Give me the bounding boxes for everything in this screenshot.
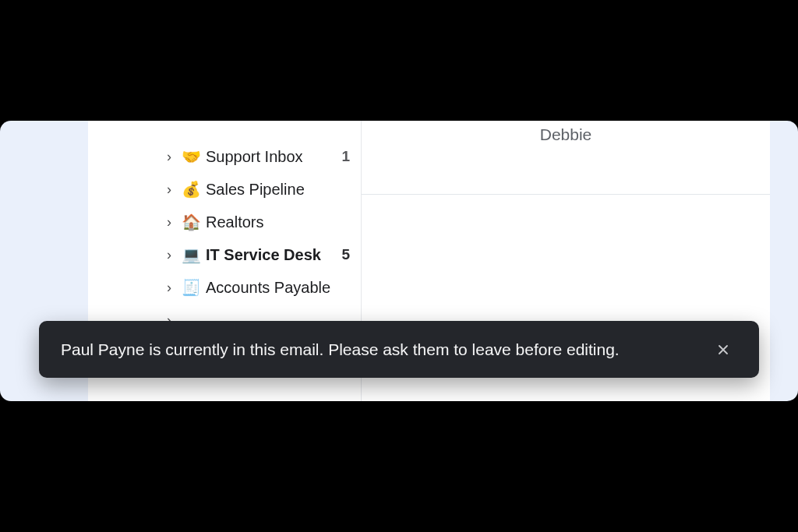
chevron-right-icon: › [163,280,175,296]
toast-notification: Paul Payne is currently in this email. P… [39,321,759,378]
close-icon [715,342,731,358]
sidebar-item-emoji: 🧾 [182,278,201,297]
sidebar-item-realtors[interactable]: › 🏠 Realtors [88,206,361,238]
sidebar-item-emoji: 🤝 [182,147,201,166]
email-signature-name: Debbie [540,125,592,143]
toast-close-button[interactable] [709,336,737,364]
sidebar-item-support-inbox[interactable]: › 🤝 Support Inbox 1 [88,140,361,173]
sidebar-item-label: Accounts Payable [206,279,330,297]
toast-message: Paul Payne is currently in this email. P… [61,340,697,359]
sidebar-item-count: 5 [335,246,350,263]
sidebar-item-emoji: 💰 [182,180,201,199]
sidebar-item-label: Sales Pipeline [206,181,305,199]
sidebar-item-it-service-desk[interactable]: › 💻 IT Service Desk 5 [88,238,361,271]
sidebar-item-sales-pipeline[interactable]: › 💰 Sales Pipeline [88,173,361,206]
email-preview: Debbie [362,121,770,195]
chevron-right-icon: › [163,149,175,165]
chevron-right-icon: › [163,247,175,263]
sidebar-item-label: Support Inbox [206,148,303,166]
sidebar-item-label: Realtors [206,213,263,231]
sidebar-item-emoji: 💻 [182,245,201,264]
chevron-right-icon: › [163,181,175,198]
sidebar-item-count: 1 [335,148,350,165]
chevron-right-icon: › [163,214,175,231]
sidebar-item-accounts-payable[interactable]: › 🧾 Accounts Payable [88,271,361,304]
sidebar-item-label: IT Service Desk [206,246,321,264]
sidebar-item-emoji: 🏠 [182,213,201,231]
